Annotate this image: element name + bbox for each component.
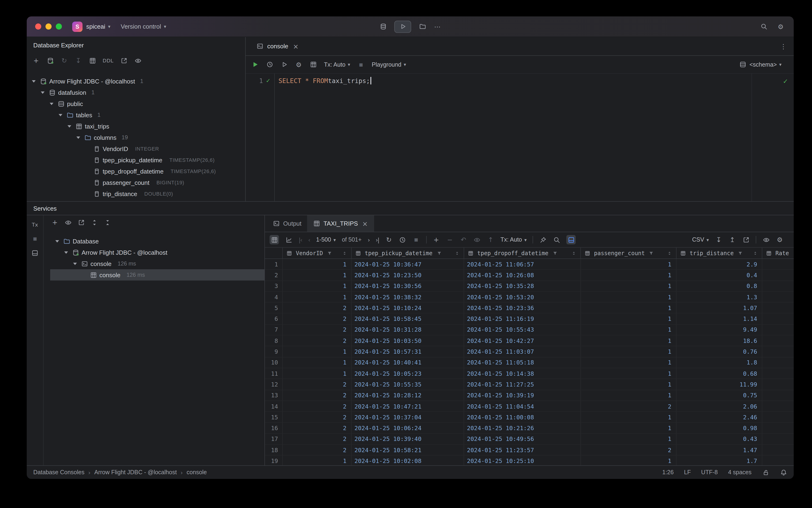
- settings-gear-icon[interactable]: ⚙: [777, 23, 784, 30]
- table-cell[interactable]: 2024-01-25 10:55:35: [352, 379, 464, 390]
- revert-icon[interactable]: ↶: [460, 236, 467, 244]
- table-cell[interactable]: [762, 302, 794, 313]
- filter-funnel-icon[interactable]: [435, 249, 443, 257]
- notifications-bell-icon[interactable]: [780, 469, 787, 476]
- table-cell[interactable]: 0.43: [677, 434, 762, 444]
- table-cell[interactable]: 2024-01-25 10:47:21: [352, 401, 464, 412]
- collapse-all-icon[interactable]: [104, 219, 111, 226]
- table-cell[interactable]: 2: [283, 445, 352, 455]
- close-window-button[interactable]: [35, 24, 41, 30]
- vcs-menu[interactable]: Version control ▾: [121, 23, 166, 30]
- view-options-eye-icon[interactable]: [134, 57, 142, 64]
- table-cell[interactable]: 1: [581, 456, 677, 465]
- table-cell[interactable]: 1.3: [677, 292, 762, 302]
- row-number[interactable]: 12: [265, 379, 283, 390]
- table-cell[interactable]: 1: [581, 325, 677, 335]
- table-cell[interactable]: [762, 335, 794, 346]
- result-view-icon[interactable]: [309, 61, 317, 68]
- stop-query-icon[interactable]: ■: [357, 61, 365, 68]
- export-icon[interactable]: [120, 57, 128, 64]
- table-cell[interactable]: 2024-01-25 11:00:08: [464, 412, 581, 422]
- table-cell[interactable]: 2: [283, 390, 352, 400]
- row-number[interactable]: 3: [265, 281, 283, 291]
- table-cell[interactable]: 0.8: [677, 281, 762, 291]
- line-ending[interactable]: LF: [684, 469, 691, 476]
- column-header-tpep_pickup_datetime[interactable]: tpep_pickup_datetime: [352, 248, 464, 258]
- table-cell[interactable]: [762, 423, 794, 433]
- tree-item-trip-distance[interactable]: trip_distanceDOUBLE(0): [27, 188, 245, 199]
- table-cell[interactable]: 1: [283, 368, 352, 379]
- filter-funnel-icon[interactable]: [736, 249, 744, 257]
- table-cell[interactable]: 2024-01-25 10:55:43: [464, 325, 581, 335]
- table-cell[interactable]: 2: [283, 401, 352, 412]
- table-cell[interactable]: [762, 412, 794, 422]
- table-cell[interactable]: 0.76: [677, 346, 762, 357]
- tx-mode-select[interactable]: Tx: Auto ▾: [324, 61, 350, 68]
- table-cell[interactable]: 2024-01-25 10:05:23: [352, 368, 464, 379]
- table-cell[interactable]: 1: [581, 302, 677, 313]
- table-cell[interactable]: [762, 357, 794, 368]
- table-cell[interactable]: [762, 456, 794, 465]
- tree-item-datafusion[interactable]: datafusion1: [27, 87, 245, 98]
- tree-item-arrow-flight-jdbc-localhost[interactable]: Arrow Flight JDBC - @localhost: [50, 247, 264, 258]
- stop-icon[interactable]: ■: [412, 236, 420, 244]
- table-cell[interactable]: 2024-01-25 10:38:32: [352, 292, 464, 302]
- schema-switcher[interactable]: <schema> ▾: [739, 61, 788, 68]
- table-cell[interactable]: 2024-01-25 10:35:28: [464, 281, 581, 291]
- table-cell[interactable]: 2: [283, 434, 352, 444]
- search-icon[interactable]: [760, 23, 767, 30]
- table-cell[interactable]: 2024-01-25 10:57:31: [352, 346, 464, 357]
- table-cell[interactable]: 1: [581, 390, 677, 400]
- close-tab-icon[interactable]: ×: [292, 42, 300, 50]
- add-service-icon[interactable]: +: [51, 219, 59, 226]
- table-cell[interactable]: 1.8: [677, 357, 762, 368]
- table-cell[interactable]: 2024-01-25 10:36:47: [352, 259, 464, 269]
- table-cell[interactable]: 0.98: [677, 423, 762, 433]
- row-number[interactable]: 18: [265, 445, 283, 455]
- table-cell[interactable]: 1: [283, 357, 352, 368]
- new-table-icon[interactable]: [89, 57, 96, 64]
- download-icon[interactable]: ↧: [715, 236, 722, 244]
- tree-item-vendorid[interactable]: VendorIDINTEGER: [27, 143, 245, 154]
- row-number[interactable]: 17: [265, 434, 283, 444]
- table-cell[interactable]: 2024-01-25 10:26:08: [464, 270, 581, 281]
- table-cell[interactable]: 2024-01-25 10:53:20: [464, 292, 581, 302]
- tree-item-columns[interactable]: columns19: [27, 132, 245, 143]
- table-cell[interactable]: 2: [581, 401, 677, 412]
- table-cell[interactable]: [762, 379, 794, 390]
- table-cell[interactable]: 2024-01-25 11:03:07: [464, 346, 581, 357]
- table-cell[interactable]: 2024-01-25 10:39:19: [464, 390, 581, 400]
- table-cell[interactable]: 2: [581, 445, 677, 455]
- table-cell[interactable]: [762, 292, 794, 302]
- table-cell[interactable]: 2024-01-25 10:14:38: [464, 368, 581, 379]
- sort-icon[interactable]: [570, 249, 578, 257]
- row-number[interactable]: 14: [265, 401, 283, 412]
- table-cell[interactable]: 0.75: [677, 390, 762, 400]
- project-folder-icon[interactable]: [419, 23, 426, 30]
- row-number[interactable]: 4: [265, 292, 283, 302]
- row-number[interactable]: 15: [265, 412, 283, 422]
- table-cell[interactable]: 2024-01-25 11:27:25: [464, 379, 581, 390]
- services-panel-header[interactable]: Services: [27, 201, 794, 215]
- tab-output[interactable]: Output: [267, 215, 307, 232]
- table-cell[interactable]: 2024-01-25 11:05:18: [464, 357, 581, 368]
- table-cell[interactable]: 1: [581, 281, 677, 291]
- sql-line[interactable]: SELECT * FROM taxi_trips;: [275, 76, 794, 86]
- view-options-eye-icon[interactable]: [762, 236, 770, 244]
- file-encoding[interactable]: UTF-8: [701, 469, 718, 476]
- row-number[interactable]: 9: [265, 346, 283, 357]
- chevron-down-icon[interactable]: [63, 249, 70, 256]
- column-header-vendorid[interactable]: VendorID: [283, 248, 352, 258]
- tree-item-arrow-flight-jdbc-localhost[interactable]: Arrow Flight JDBC - @localhost1: [27, 76, 245, 87]
- submit-icon[interactable]: ↑: [487, 236, 494, 244]
- table-cell[interactable]: 2024-01-25 10:21:26: [464, 423, 581, 433]
- table-cell[interactable]: 1: [581, 335, 677, 346]
- table-cell[interactable]: 2024-01-25 10:58:45: [352, 313, 464, 324]
- tree-item-tpep-pickup-datetime[interactable]: tpep_pickup_datetimeTIMESTAMP(26,6): [27, 154, 245, 166]
- table-cell[interactable]: 1: [283, 259, 352, 269]
- sort-icon[interactable]: [752, 249, 759, 257]
- table-cell[interactable]: 2024-01-25 11:04:54: [464, 401, 581, 412]
- datasource-properties-icon[interactable]: [46, 57, 54, 64]
- table-cell[interactable]: 0.4: [677, 270, 762, 281]
- table-cell[interactable]: [762, 325, 794, 335]
